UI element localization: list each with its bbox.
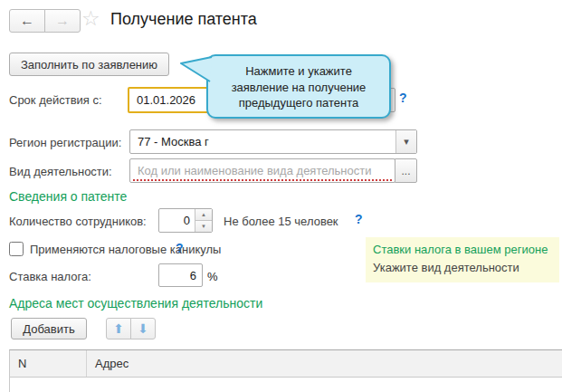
forward-arrow-icon: →	[55, 13, 70, 29]
required-field-underline	[133, 179, 392, 181]
valid-from-field[interactable]: 01.01.2026	[128, 87, 214, 113]
callout-line-2: заявление на получение	[208, 80, 389, 96]
tax-rate-value: 6	[159, 264, 202, 282]
tax-holidays-checkbox[interactable]	[9, 242, 24, 256]
region-dropdown-button[interactable]: ▾	[395, 130, 416, 153]
back-button[interactable]: ←	[9, 9, 45, 33]
region-value: 77 - Москва г	[130, 130, 416, 148]
addresses-table-body[interactable]	[9, 378, 562, 392]
callout-line-3: предыдущего патента	[208, 95, 389, 111]
add-address-button[interactable]: Добавить	[11, 318, 87, 339]
patent-form-window: ← → ☆ Получение патента Заполнить по зая…	[0, 0, 562, 392]
employees-hint: Не более 15 человек	[224, 215, 338, 228]
tax-rate-suffix: %	[207, 270, 218, 283]
employees-spinner[interactable]: ▲ ▼	[195, 209, 212, 232]
activity-placeholder: Код или наименование вида деятельности	[130, 159, 395, 177]
section-addresses: Адреса мест осуществления деятельности	[9, 296, 262, 311]
section-patent-info: Сведения о патенте	[9, 189, 127, 204]
tax-rate-field[interactable]: 6	[158, 263, 203, 287]
region-combobox[interactable]: 77 - Москва г ▾	[129, 129, 417, 154]
spin-up-icon[interactable]: ▲	[195, 209, 212, 221]
page-title: Получение патента	[110, 10, 257, 29]
spin-down-icon[interactable]: ▼	[195, 221, 212, 232]
callout-line-1: Нажмите и укажите	[208, 63, 389, 80]
activity-picker-button[interactable]: ...	[395, 158, 417, 183]
back-arrow-icon: ←	[20, 13, 34, 29]
region-rates-panel: Ставки налога в вашем регионе Укажите ви…	[366, 237, 559, 282]
valid-from-help-icon[interactable]: ?	[399, 91, 407, 105]
callout-tail-icon	[180, 55, 213, 86]
region-label: Регион регистрации:	[9, 136, 121, 149]
ellipsis-icon: ...	[401, 165, 410, 177]
move-up-icon: ⬆	[113, 321, 124, 336]
employees-value: 0	[159, 209, 195, 227]
activity-label: Вид деятельности:	[9, 165, 112, 178]
move-down-button[interactable]: ⬇	[130, 318, 156, 339]
move-up-button[interactable]: ⬆	[106, 318, 131, 339]
region-rates-hint: Укажите вид деятельности	[373, 261, 552, 274]
region-rates-link[interactable]: Ставки налога в вашем регионе	[373, 243, 552, 256]
valid-from-value: 01.01.2026	[129, 89, 213, 107]
fill-from-application-button[interactable]: Заполнить по заявлению	[9, 53, 169, 76]
activity-input[interactable]: Код или наименование вида деятельности	[129, 158, 395, 183]
tax-holidays-help-icon[interactable]: ?	[176, 241, 184, 255]
addresses-table: N Адрес	[9, 349, 562, 392]
tax-holidays-label: Применяются налоговые каникулы	[30, 243, 221, 256]
addresses-table-header: N Адрес	[9, 349, 562, 378]
employees-label: Количество сотрудников:	[9, 215, 147, 228]
employees-stepper[interactable]: 0 ▲ ▼	[158, 208, 213, 233]
chevron-down-icon: ▾	[404, 136, 409, 148]
hint-callout: Нажмите и укажите заявление на получение…	[206, 54, 391, 119]
employees-help-icon[interactable]: ?	[355, 212, 363, 226]
column-header-number[interactable]: N	[10, 350, 87, 377]
tax-rate-label: Ставка налога:	[9, 270, 91, 283]
move-down-icon: ⬇	[138, 321, 148, 336]
column-header-address[interactable]: Адрес	[87, 350, 562, 377]
valid-from-label: Срок действия с:	[9, 93, 102, 107]
favorite-star-icon[interactable]: ☆	[81, 6, 100, 31]
forward-button[interactable]: →	[44, 9, 81, 33]
